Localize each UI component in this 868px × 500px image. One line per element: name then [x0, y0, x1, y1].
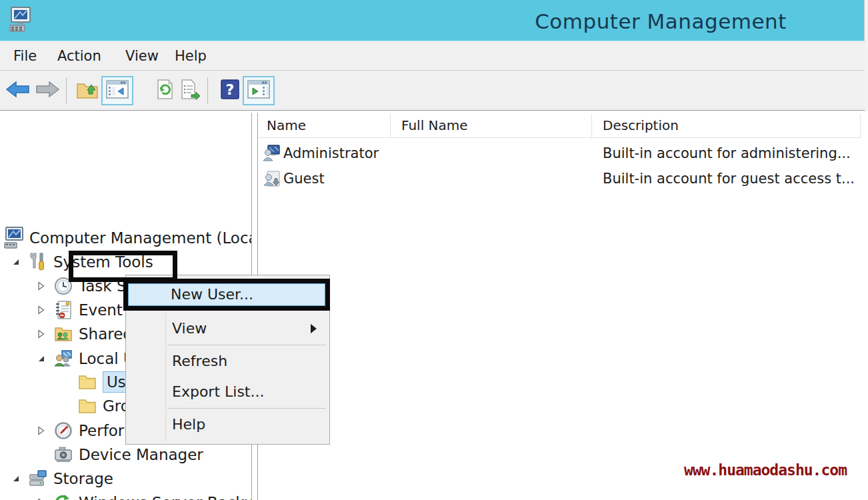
list-header: Name Full Name Description	[258, 114, 864, 138]
forward-arrow-icon	[35, 80, 60, 101]
help-icon: ?	[220, 79, 240, 103]
menu-help[interactable]: Help	[171, 41, 211, 71]
collapsed-triangle-icon[interactable]	[36, 303, 53, 317]
user-description: Built-in account for administering...	[603, 141, 851, 166]
computer-management-icon	[4, 227, 24, 249]
column-header-description[interactable]: Description	[592, 114, 861, 138]
storage-icon	[28, 468, 48, 489]
collapsed-triangle-icon[interactable]	[36, 496, 53, 500]
up-one-level-button[interactable]	[73, 76, 101, 105]
context-menu-item-view[interactable]: View	[127, 313, 329, 344]
back-arrow-icon	[5, 80, 31, 101]
menu-action[interactable]: Action	[53, 41, 105, 71]
expanded-triangle-icon[interactable]	[11, 472, 28, 485]
show-hide-action-pane-button[interactable]	[243, 76, 275, 105]
system-tools-icon	[28, 251, 48, 273]
refresh-button[interactable]	[151, 76, 179, 105]
menu-view[interactable]: View	[121, 41, 163, 71]
collapsed-triangle-icon[interactable]	[36, 424, 53, 437]
watermark-text: www.huamaodashu.com	[684, 461, 847, 479]
context-menu-item-help[interactable]: Help	[127, 409, 329, 440]
toolbar: ?	[0, 71, 865, 111]
context-menu-item-new-user[interactable]: New User...	[128, 283, 325, 306]
export-list-icon	[179, 79, 201, 103]
computer-management-window: Computer Management File Action View Hel…	[0, 0, 868, 500]
user-name: Administrator	[283, 141, 379, 166]
user-with-down-arrow-icon	[262, 169, 281, 188]
context-menu-item-export-list[interactable]: Export List...	[127, 377, 329, 407]
tree-item-label: Storage	[53, 469, 113, 489]
computer-management-app-icon	[9, 6, 32, 35]
list-row-guest[interactable]: Guest Built-in account for guest access …	[258, 166, 864, 191]
column-header-full-name[interactable]: Full Name	[391, 114, 592, 138]
export-list-button[interactable]	[176, 76, 204, 105]
groups-folder-icon	[77, 395, 97, 417]
local-users-and-groups-icon	[53, 348, 73, 369]
toolbar-separator	[207, 77, 208, 104]
help-button[interactable]: ?	[216, 76, 244, 105]
submenu-arrow-icon	[311, 324, 317, 333]
performance-icon	[53, 420, 73, 441]
users-folder-icon	[77, 371, 97, 393]
tree-item-label: Windows Server Backup	[79, 493, 252, 500]
event-viewer-icon	[53, 299, 73, 321]
windows-server-backup-icon	[53, 492, 73, 500]
menu-bar: File Action View Help	[0, 41, 865, 71]
action-pane-window-icon	[247, 79, 271, 102]
tree-item-windows-server-backup[interactable]: Windows Server Backup	[0, 491, 252, 500]
menu-item-label: Export List...	[172, 383, 264, 400]
context-menu-separator	[167, 408, 326, 409]
svg-text:?: ?	[226, 81, 235, 98]
expander-placeholder	[36, 448, 53, 461]
toolbar-separator	[66, 77, 67, 104]
annotation-box-new-user[interactable]: New User...	[123, 279, 330, 311]
user-with-computer-icon	[262, 144, 281, 163]
tree-item-device-manager[interactable]: Device Manager	[0, 443, 252, 467]
show-hide-console-tree-button[interactable]	[101, 76, 133, 105]
forward-button[interactable]	[33, 76, 61, 105]
menu-item-label: View	[172, 320, 207, 337]
menu-item-label: Refresh	[172, 353, 227, 369]
up-one-level-folder-icon	[76, 79, 99, 102]
user-list-pane: Name Full Name Description Administrator…	[257, 113, 864, 500]
window-title: Computer Management	[533, 9, 788, 33]
tree-item-computer-management[interactable]: Computer Management (Local	[0, 226, 252, 250]
collapsed-triangle-icon[interactable]	[36, 327, 53, 341]
list-row-administrator[interactable]: Administrator Built-in account for admin…	[258, 141, 864, 166]
tree-item-storage[interactable]: Storage	[0, 467, 252, 491]
user-name: Guest	[283, 166, 325, 191]
title-bar[interactable]: Computer Management	[0, 0, 865, 41]
menu-item-label: Help	[172, 416, 205, 433]
collapsed-triangle-icon[interactable]	[36, 279, 53, 293]
tree-item-label: Device Manager	[79, 445, 203, 465]
console-tree-window-icon	[105, 79, 129, 102]
context-menu-item-refresh[interactable]: Refresh	[127, 346, 329, 377]
menu-file[interactable]: File	[9, 41, 41, 71]
device-manager-icon	[53, 444, 73, 465]
back-button[interactable]	[4, 76, 32, 105]
expanded-triangle-icon[interactable]	[11, 255, 28, 269]
expanded-triangle-icon[interactable]	[36, 352, 53, 365]
annotation-box-users	[69, 251, 177, 282]
shared-folders-icon	[53, 323, 73, 345]
column-header-name[interactable]: Name	[258, 114, 391, 138]
context-menu-separator	[167, 345, 326, 345]
refresh-icon	[154, 79, 175, 103]
tree-item-label: Computer Management (Local	[29, 228, 252, 248]
user-description: Built-in account for guest access t...	[603, 166, 855, 191]
